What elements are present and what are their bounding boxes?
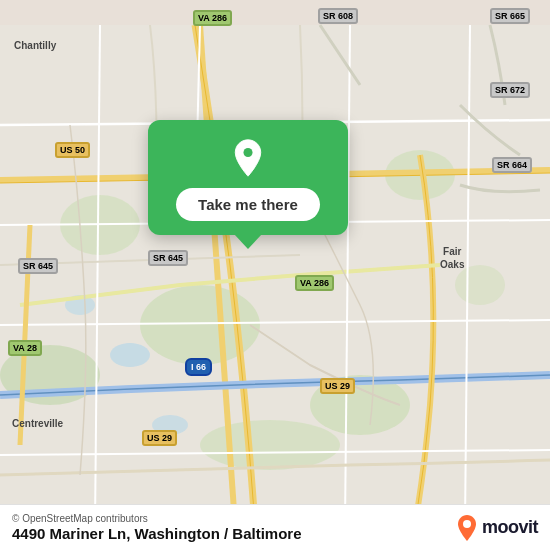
sr665-badge: SR 665 <box>490 8 530 24</box>
address-text: 4490 Mariner Ln, Washington / Baltimore <box>12 525 302 542</box>
svg-point-7 <box>200 420 340 470</box>
map-container: Chantilly FairOaks Centreville VA 286 SR… <box>0 0 550 550</box>
va286-top-badge: VA 286 <box>193 10 232 26</box>
us50-badge: US 50 <box>55 142 90 158</box>
location-popup: Take me there <box>148 120 348 235</box>
svg-point-23 <box>463 520 471 528</box>
fair-oaks-label: FairOaks <box>440 245 464 271</box>
centreville-label: Centreville <box>12 418 63 429</box>
svg-point-5 <box>455 265 505 305</box>
sr645-right-badge: SR 645 <box>148 250 188 266</box>
take-me-there-button[interactable]: Take me there <box>176 188 320 221</box>
bottom-left-info: © OpenStreetMap contributors 4490 Marine… <box>12 513 302 542</box>
us29-bot-badge: US 29 <box>142 430 177 446</box>
i66-badge: I 66 <box>185 358 212 376</box>
sr672-badge: SR 672 <box>490 82 530 98</box>
bottom-bar: © OpenStreetMap contributors 4490 Marine… <box>0 504 550 550</box>
us29-mid-badge: US 29 <box>320 378 355 394</box>
svg-point-22 <box>243 148 252 157</box>
va28-badge: VA 28 <box>8 340 42 356</box>
moovit-brand-text: moovit <box>482 517 538 538</box>
sr664-badge: SR 664 <box>492 157 532 173</box>
moovit-logo: moovit <box>456 514 538 542</box>
sr608-badge: SR 608 <box>318 8 358 24</box>
moovit-pin-icon <box>456 514 478 542</box>
chantilly-label: Chantilly <box>14 40 56 51</box>
va286-mid-badge: VA 286 <box>295 275 334 291</box>
osm-credit: © OpenStreetMap contributors <box>12 513 302 524</box>
location-pin-icon <box>228 138 268 178</box>
svg-point-8 <box>110 343 150 367</box>
sr645-left-badge: SR 645 <box>18 258 58 274</box>
